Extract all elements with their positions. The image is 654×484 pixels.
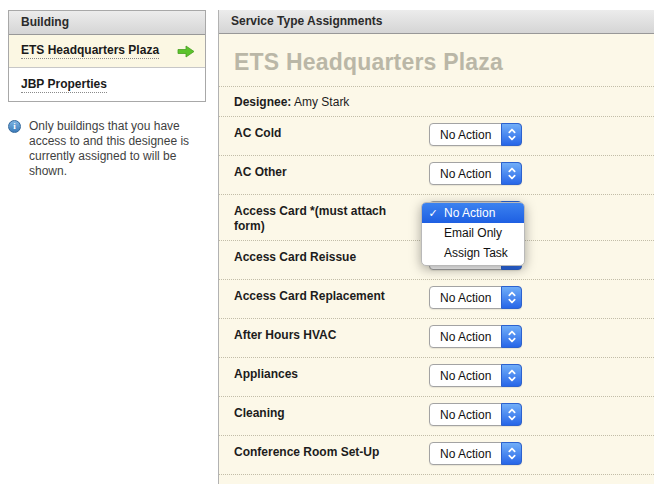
- service-type-assignments-panel: Service Type Assignments ETS Headquarter…: [218, 10, 654, 484]
- service-type-label: Conference Room Set-Up: [234, 445, 429, 460]
- action-select[interactable]: No Action: [429, 403, 522, 426]
- service-row: Conference Room Set-Up No Action: [219, 436, 654, 475]
- green-right-arrow-icon: [177, 45, 195, 61]
- action-select[interactable]: No Action: [429, 286, 522, 309]
- service-row: After Hours HVAC No Action: [219, 319, 654, 358]
- select-stepper-icon: [501, 123, 522, 146]
- service-type-label: After Hours HVAC: [234, 328, 429, 343]
- select-stepper-icon: [501, 286, 522, 309]
- building-heading-wrap: ETS Headquarters Plaza: [219, 34, 654, 87]
- service-type-label: Access Card Replacement: [234, 289, 429, 304]
- service-row: Access Card Replacement No Action: [219, 280, 654, 319]
- select-stepper-icon: [501, 325, 522, 348]
- dropdown-option[interactable]: ✓ No Action: [422, 203, 524, 223]
- dropdown-option-label: No Action: [444, 203, 495, 223]
- building-link[interactable]: JBP Properties: [21, 77, 107, 93]
- action-select-value: No Action: [430, 447, 501, 461]
- info-circle-icon: i: [8, 120, 21, 133]
- service-type-label: Cleaning: [234, 406, 429, 421]
- select-stepper-icon: [501, 162, 522, 185]
- select-stepper-icon: [501, 442, 522, 465]
- check-icon: [422, 223, 444, 243]
- service-type-label: Access Card *(must attach form): [234, 204, 429, 234]
- action-select-value: No Action: [430, 408, 501, 422]
- building-panel-title: Building: [9, 11, 205, 35]
- building-panel: Building ETS Headquarters Plaza JBP Prop…: [8, 10, 206, 102]
- check-icon: ✓: [422, 203, 444, 223]
- dropdown-option-label: Email Only: [444, 223, 502, 243]
- designee-name: Amy Stark: [294, 95, 349, 109]
- action-select-value: No Action: [430, 369, 501, 383]
- sidebar-item-building[interactable]: JBP Properties: [9, 68, 205, 101]
- designee-row: Designee: Amy Stark: [219, 87, 654, 117]
- select-stepper-icon: [501, 403, 522, 426]
- action-select[interactable]: No Action: [429, 325, 522, 348]
- action-select[interactable]: No Action: [429, 162, 522, 185]
- dropdown-option-label: Assign Task: [444, 243, 508, 263]
- info-note: i Only buildings that you have access to…: [8, 119, 208, 179]
- service-panel-body: ETS Headquarters Plaza Designee: Amy Sta…: [219, 34, 654, 484]
- action-select-value: No Action: [430, 167, 501, 181]
- dropdown-option[interactable]: Email Only: [422, 223, 524, 243]
- service-type-label: Access Card Reissue: [234, 250, 429, 265]
- service-panel-title: Service Type Assignments: [219, 10, 654, 34]
- action-select[interactable]: No Action: [429, 123, 522, 146]
- designee-label: Designee:: [234, 95, 291, 109]
- service-row: Cleaning No Action: [219, 397, 654, 436]
- service-row: Appliances No Action: [219, 358, 654, 397]
- service-row: AC Other No Action: [219, 156, 654, 195]
- service-type-label: Appliances: [234, 367, 429, 382]
- action-select-value: No Action: [430, 291, 501, 305]
- service-type-label: AC Other: [234, 165, 429, 180]
- info-note-text: Only buildings that you have access to a…: [29, 119, 208, 179]
- action-select-value: No Action: [430, 330, 501, 344]
- action-select[interactable]: No Action: [429, 442, 522, 465]
- select-stepper-icon: [501, 364, 522, 387]
- sidebar-item-building[interactable]: ETS Headquarters Plaza: [9, 35, 205, 68]
- service-row: AC Cold No Action: [219, 117, 654, 156]
- action-dropdown-menu: ✓ No Action Email Only Assign Task: [421, 202, 525, 266]
- building-list: ETS Headquarters Plaza JBP Properties: [9, 35, 205, 101]
- check-icon: [422, 243, 444, 263]
- service-rows: AC Cold No Action AC Other: [219, 117, 654, 475]
- building-heading: ETS Headquarters Plaza: [234, 49, 654, 76]
- action-select[interactable]: No Action: [429, 364, 522, 387]
- dropdown-option[interactable]: Assign Task: [422, 243, 524, 263]
- action-select-value: No Action: [430, 128, 501, 142]
- building-link[interactable]: ETS Headquarters Plaza: [21, 43, 159, 59]
- service-type-label: AC Cold: [234, 126, 429, 141]
